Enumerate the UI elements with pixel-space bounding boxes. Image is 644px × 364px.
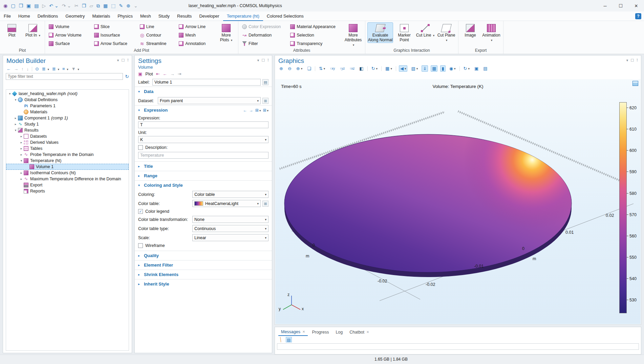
message-window-icon[interactable]: ▤	[286, 337, 292, 342]
tab-developer[interactable]: Developer	[195, 12, 223, 21]
tree-item-temperature-ht[interactable]: ▾Temperature (ht)	[6, 158, 129, 164]
select-highlight-icon[interactable]: ◀▾	[399, 65, 408, 72]
mesh-button[interactable]: Mesh	[177, 32, 215, 38]
cut-line-button[interactable]: Cut Line ▾	[415, 22, 435, 38]
tree-item-volume-1[interactable]: Volume 1	[6, 164, 129, 170]
selection-button[interactable]: Selection	[288, 32, 342, 38]
tree-item-component[interactable]: ▸Component 1(comp 1)	[6, 115, 129, 121]
description-checkbox[interactable]	[138, 145, 143, 150]
tab-physics[interactable]: Physics	[114, 12, 136, 21]
section-range-header[interactable]: ▸ Range	[135, 171, 272, 180]
mirror-view-icon[interactable]: ◧	[358, 66, 364, 71]
search-icon[interactable]: ⊕	[126, 3, 130, 8]
go-to-yz-view-icon[interactable]: ↑yz	[339, 66, 346, 71]
delete-icon[interactable]: ▦	[103, 3, 108, 8]
section-element-filter-header[interactable]: ▸ Element Filter	[135, 260, 272, 270]
tree-item-export[interactable]: Export	[6, 182, 129, 188]
arrow-surface-button[interactable]: Arrow Surface	[92, 41, 137, 47]
zoom-box-icon[interactable]: ⊕▾	[295, 66, 303, 71]
more-plots-button[interactable]: More Plots ▾	[216, 22, 236, 43]
tab-definitions[interactable]: Definitions	[34, 12, 62, 21]
filter-tree-icon[interactable]: ▼ ▾	[71, 66, 79, 71]
model-tree-node-icon[interactable]: ≡ ▾	[62, 66, 68, 71]
close-button[interactable]: ✕	[628, 0, 644, 12]
go-to-default-view-icon[interactable]: ↻▾	[370, 66, 379, 71]
previous-plot-icon[interactable]: ←	[163, 71, 167, 76]
tree-item-derived-values[interactable]: ▸Derived Values	[6, 139, 129, 145]
collapse-all-icon[interactable]: ≣ ▾	[52, 66, 59, 71]
filter-button[interactable]: Filter	[240, 41, 287, 47]
show-grid-icon[interactable]: ▦	[431, 65, 437, 72]
expression-prev-icon[interactable]: ←	[243, 108, 247, 113]
tree-item-global-definitions[interactable]: ▾Global Definitions	[6, 97, 129, 103]
zoom-in-icon[interactable]: ⊕	[278, 66, 284, 71]
panel-float-icon[interactable]: ☐	[630, 58, 634, 63]
label-input[interactable]	[152, 79, 261, 86]
line-button[interactable]: Line	[138, 24, 176, 30]
contour-button[interactable]: ◎Contour	[138, 32, 176, 38]
go-to-source-icon[interactable]: ⊞	[262, 98, 269, 104]
insert-expression-icon[interactable]: ⊞▾	[263, 108, 269, 113]
back-icon[interactable]: ←	[6, 66, 11, 71]
deformation-button[interactable]: ↝Deformation	[240, 32, 287, 38]
panel-menu-icon[interactable]: ▾	[626, 58, 628, 63]
wireframe-checkbox[interactable]	[138, 243, 143, 248]
expand-all-icon[interactable]: ≣ ▾	[42, 66, 49, 71]
tab-home[interactable]: Home	[15, 12, 34, 21]
section-coloring-header[interactable]: ▾ Coloring and Style	[135, 181, 272, 190]
duplicate-icon[interactable]: ⧉	[96, 3, 100, 9]
tree-item-tables[interactable]: ▸Tables	[6, 145, 129, 152]
appearance-icon[interactable]: ◉▾	[448, 66, 457, 71]
panel-float-icon[interactable]: ☐	[261, 58, 265, 63]
zoom-extents-icon[interactable]: ❏	[306, 66, 312, 71]
save-icon[interactable]: ▣	[26, 3, 31, 8]
arrow-line-button[interactable]: Arrow Line	[177, 24, 215, 30]
marker-point-button[interactable]: Marker Point	[394, 22, 414, 43]
color-legend-checkbox[interactable]: ✓	[138, 209, 143, 214]
first-plot-icon[interactable]: ⇤	[156, 71, 160, 76]
image-button[interactable]: Image	[460, 22, 480, 38]
tree-item-probe-temperature[interactable]: ▸Probe Temperature in the Domain	[6, 152, 129, 158]
color-table-transformation-select[interactable]: None▾	[192, 216, 269, 223]
tree-item-results[interactable]: ▾Results	[6, 127, 129, 133]
tab-temperature-ht[interactable]: Temperature (ht)	[223, 12, 263, 21]
close-tab-icon[interactable]: ✕	[366, 330, 369, 334]
panel-pin-icon[interactable]: ⊺	[636, 58, 638, 63]
section-quality-header[interactable]: ▸ Quality	[135, 251, 272, 260]
update-plot-icon[interactable]: ↻▾	[463, 66, 471, 71]
tab-file[interactable]: File	[0, 12, 15, 21]
evaluate-along-normal-button[interactable]: Evaluate Along Normal	[367, 22, 393, 43]
undo-icon[interactable]: ↶ ⌄	[49, 3, 58, 8]
tree-item-max-temp-difference[interactable]: ▸Maximum Temperature Difference in the D…	[6, 176, 129, 182]
rename-icon[interactable]: ▤	[262, 79, 269, 85]
add-color-table-icon[interactable]: ⊞	[262, 201, 269, 207]
unit-select[interactable]: K▾	[138, 136, 269, 143]
select-box-icon[interactable]: ⬚	[111, 3, 115, 8]
panel-pin-icon[interactable]: ⊺	[127, 58, 129, 63]
coloring-select[interactable]: Color table▾	[192, 191, 269, 198]
toolbar-customize-icon[interactable]: ⌄	[134, 3, 138, 8]
volume-button[interactable]: Volume	[47, 24, 91, 30]
zoom-out-icon[interactable]: ⊖	[287, 66, 293, 71]
section-data-header[interactable]: ▾ Data	[135, 87, 272, 96]
plot-small-icon[interactable]: ▣	[138, 71, 142, 76]
open-file-icon[interactable]: ❒	[19, 3, 23, 8]
tree-item-datasets[interactable]: ▸Datasets	[6, 133, 129, 139]
brush-icon[interactable]: ✎	[119, 3, 123, 8]
copy-icon[interactable]: ❐	[82, 3, 86, 8]
annotation-button[interactable]: Annotation	[177, 41, 215, 47]
tree-item-materials[interactable]: Materials	[6, 109, 129, 115]
plot-action[interactable]: Plot	[145, 71, 153, 76]
tab-materials[interactable]: Materials	[88, 12, 114, 21]
surface-button[interactable]: Surface	[47, 41, 91, 47]
show-legends-icon[interactable]: ⇓	[422, 65, 428, 72]
new-file-icon[interactable]: ▢	[11, 3, 15, 8]
isosurface-button[interactable]: Isosurface	[92, 32, 137, 38]
snapshot-camera-icon[interactable]: ▣	[473, 66, 479, 71]
tree-filter-input[interactable]	[6, 73, 123, 80]
material-appearance-button[interactable]: Material Appearance	[288, 24, 342, 30]
tab-log[interactable]: Log	[333, 328, 345, 336]
section-shrink-elements-header[interactable]: ▸ Shrink Elements	[135, 270, 272, 279]
section-expression-header[interactable]: ▾ Expression ← → ⊞▾ ⊞▾	[135, 106, 272, 115]
maximize-button[interactable]: ☐	[613, 0, 628, 12]
